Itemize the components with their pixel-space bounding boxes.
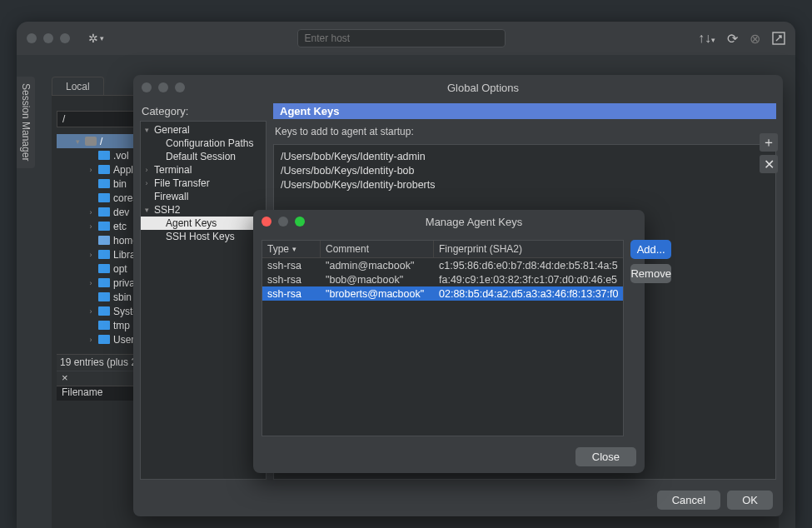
chevron-right-icon: › <box>87 279 95 287</box>
folder-icon <box>98 278 110 287</box>
table-row[interactable]: ssh-rsa "broberts@macbook" 02:88:b5:d4:a… <box>262 286 623 301</box>
refresh-icon[interactable]: ⟳ <box>727 31 738 47</box>
chevron-down-icon: ▾ <box>292 245 296 253</box>
column-header-comment[interactable]: Comment <box>321 241 434 257</box>
category-label-text: Agent Keys <box>152 217 217 229</box>
table-row[interactable]: ssh-rsa "bob@macbook" fa:49:c9:1e:03:82:… <box>262 272 623 286</box>
close-icon[interactable] <box>27 33 37 43</box>
sort-icon[interactable]: ↑↓▾ <box>698 31 715 46</box>
folder-icon <box>98 292 110 301</box>
close-button[interactable]: Close <box>575 447 636 466</box>
folder-icon <box>98 306 110 316</box>
list-item[interactable]: /Users/bob/Keys/Identity-admin <box>281 150 769 164</box>
expand-icon[interactable] <box>772 32 785 45</box>
folder-icon <box>98 264 110 273</box>
minimize-icon[interactable] <box>43 33 53 43</box>
close-icon[interactable] <box>142 82 152 92</box>
x-icon: ✕ <box>764 157 775 172</box>
category-item-ssh-host-keys[interactable]: SSH Host Keys <box>141 230 266 243</box>
zoom-icon[interactable] <box>175 82 185 92</box>
category-label-text: General <box>152 124 190 136</box>
header-text: Type <box>267 243 289 255</box>
agent-keys-table[interactable]: Type▾ Comment Fingerprint (SHA2) ssh-rsa… <box>262 240 624 436</box>
minimize-icon[interactable] <box>158 82 168 92</box>
global-options-titlebar: Global Options <box>133 75 783 100</box>
cell-comment: "broberts@macbook" <box>321 288 434 300</box>
category-label-text: Configuration Paths <box>152 137 253 149</box>
section-header: Agent Keys <box>273 103 776 119</box>
stop-icon[interactable]: ⊗ <box>750 31 760 47</box>
chevron-right-icon: › <box>87 222 95 231</box>
chevron-down-icon: ▾ <box>73 137 82 146</box>
category-item-firewall[interactable]: Firewall <box>141 190 266 203</box>
chevron-right-icon: › <box>87 166 95 174</box>
window-controls[interactable] <box>262 217 305 227</box>
list-item[interactable]: /Users/bob/Keys/Identity-broberts <box>281 178 769 192</box>
chevron-right-icon: › <box>87 336 95 344</box>
cell-type: ssh-rsa <box>262 274 321 286</box>
remove-key-button[interactable]: ✕ <box>760 155 778 173</box>
cell-fingerprint: 02:88:b5:d4:a2:d5:a3:a3:46:f8:13:37:f0 <box>434 288 623 300</box>
cell-fingerprint: c1:95:86:d6:e0:b7:d8:4d:de:b5:81:4a:5 <box>434 260 623 271</box>
chevron-right-icon: › <box>87 307 95 316</box>
gear-icon: ✲ <box>88 32 98 45</box>
close-icon[interactable] <box>262 217 271 227</box>
chevron-down-icon: ▾ <box>100 34 104 42</box>
add-key-button[interactable]: ＋ <box>760 133 778 152</box>
folder-icon <box>98 222 110 231</box>
chevron-right-icon: › <box>87 251 95 259</box>
column-header-type[interactable]: Type▾ <box>262 241 321 257</box>
session-manager-tab[interactable]: Session Manager <box>17 77 35 168</box>
column-header-fingerprint[interactable]: Fingerprint (SHA2) <box>434 241 623 257</box>
manage-agent-keys-window: Manage Agent Keys Type▾ Comment Fingerpr… <box>253 210 645 473</box>
cell-type: ssh-rsa <box>262 260 321 271</box>
category-item-general[interactable]: ▾General <box>141 123 266 137</box>
folder-icon <box>98 165 110 174</box>
window-controls[interactable] <box>142 82 185 92</box>
folder-icon <box>98 151 110 160</box>
category-item-terminal[interactable]: ›Terminal <box>141 163 266 177</box>
category-item-config-paths[interactable]: Configuration Paths <box>141 137 266 150</box>
manage-keys-titlebar: Manage Agent Keys <box>253 210 645 233</box>
category-item-default-session[interactable]: Default Session <box>141 150 266 163</box>
table-row[interactable]: ssh-rsa "admin@macbook" c1:95:86:d6:e0:b… <box>262 258 623 272</box>
plus-icon: ＋ <box>762 134 775 152</box>
window-title: Manage Agent Keys <box>311 216 636 228</box>
table-header: Type▾ Comment Fingerprint (SHA2) <box>262 241 623 258</box>
category-item-ssh2[interactable]: ▾SSH2 <box>141 203 266 217</box>
zoom-icon[interactable] <box>60 33 70 43</box>
category-label-text: File Transfer <box>152 177 210 189</box>
host-input[interactable] <box>297 29 506 47</box>
category-item-file-transfer[interactable]: ›File Transfer <box>141 177 266 190</box>
disk-icon <box>85 137 97 146</box>
folder-icon <box>98 321 110 330</box>
category-label: Category: <box>140 103 267 121</box>
folder-icon <box>98 250 110 259</box>
add-button[interactable]: Add... <box>630 240 670 259</box>
category-label-text: SSH2 <box>152 204 180 216</box>
folder-icon <box>98 335 110 344</box>
home-icon <box>98 236 110 245</box>
category-label-text: Firewall <box>152 191 188 202</box>
cell-comment: "admin@macbook" <box>321 260 434 271</box>
minimize-icon[interactable] <box>278 217 288 227</box>
titlebar: ✲ ▾ ↑↓▾ ⟳ ⊗ <box>17 22 795 55</box>
category-tree[interactable]: ▾General Configuration Paths Default Ses… <box>140 121 267 480</box>
ok-button[interactable]: OK <box>727 491 773 510</box>
cell-type: ssh-rsa <box>262 288 321 300</box>
settings-menu-button[interactable]: ✲ ▾ <box>88 32 104 45</box>
cancel-button[interactable]: Cancel <box>657 491 720 510</box>
cell-fingerprint: fa:49:c9:1e:03:82:3f:c1:07:d0:d0:46:e5 <box>434 274 623 286</box>
window-title: Global Options <box>192 82 775 94</box>
window-controls[interactable] <box>27 33 70 43</box>
category-label-text: Default Session <box>152 151 236 162</box>
list-item[interactable]: /Users/bob/Keys/Identity-bob <box>281 164 769 178</box>
folder-icon <box>98 179 110 188</box>
cell-comment: "bob@macbook" <box>321 274 434 286</box>
category-item-agent-keys[interactable]: Agent Keys <box>141 217 266 230</box>
folder-icon <box>98 207 110 217</box>
remove-button[interactable]: Remove <box>630 264 670 283</box>
zoom-icon[interactable] <box>295 217 305 227</box>
tab-local[interactable]: Local <box>52 77 104 95</box>
category-label-text: SSH Host Keys <box>152 231 235 242</box>
